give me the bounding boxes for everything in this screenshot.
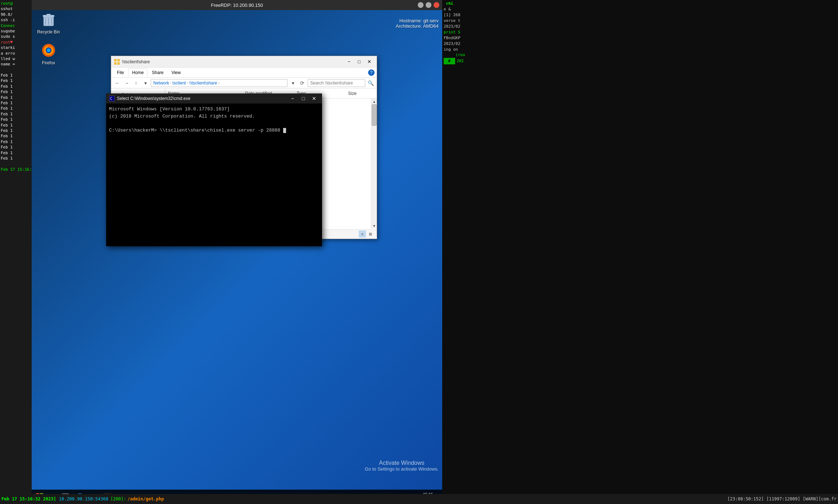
system-info: Hostname: git-serv Architecture: AMD64 — [396, 18, 439, 29]
breadcrumb-tsclient[interactable]: tsclient — [172, 81, 186, 86]
address-path[interactable]: Network › tsclient › \\tsclient\share › — [151, 79, 287, 87]
bottom-log-right: [23:08:50:152] [11997:12009] [WARN][com.… — [728, 496, 837, 501]
freerdp-maximize-button[interactable] — [426, 2, 431, 8]
left-terminal-panel: root@ sshut 90.0/ ssh -i Connec sugobe s… — [0, 0, 32, 504]
cmd-maximize-button[interactable]: □ — [298, 95, 308, 102]
bottom-log-status: [200]: — [110, 496, 126, 501]
cmd-close-button[interactable]: ✕ — [309, 95, 319, 102]
scroll-down-button[interactable]: ▼ — [371, 223, 377, 229]
svg-rect-12 — [114, 62, 117, 65]
explorer-close-button[interactable]: ✕ — [364, 58, 374, 66]
right-log-roo1: (roo — [444, 52, 837, 58]
recycle-bin-label: Recycle Bin — [37, 29, 60, 35]
bottom-logbar: Feb 17 15:16:32 2023] 10.200.90.150:5436… — [0, 494, 838, 504]
freerdp-window-controls[interactable] — [418, 2, 439, 8]
right-log-date2: 2023/02 — [444, 41, 837, 47]
cmd-cursor — [283, 128, 286, 133]
cmd-prompt: C:\Users\hackerM> — [109, 128, 157, 133]
column-size-header[interactable]: Size — [348, 91, 374, 96]
explorer-title-text: \\tsclient\share — [122, 59, 344, 64]
desktop-icons-area: Recycle Bin Firefox — [34, 11, 63, 73]
ribbon-tab-home[interactable]: Home — [128, 68, 148, 77]
ribbon-tab-view[interactable]: View — [168, 69, 184, 77]
search-button[interactable]: 🔍 — [367, 79, 375, 87]
explorer-window-controls[interactable]: − □ ✕ — [344, 58, 374, 66]
right-log-202: 202 — [457, 58, 464, 64]
address-dropdown-button[interactable]: ▾ — [289, 79, 297, 87]
refresh-button[interactable]: ⟳ — [298, 79, 306, 87]
activate-line1: Activate Windows — [365, 460, 439, 466]
right-panel-top-chi: chi — [444, 1, 837, 6]
activate-line2: Go to Settings to activate Windows. — [365, 466, 439, 472]
cmd-line2: (c) 2018 Microsoft Corporation. All righ… — [109, 113, 319, 120]
cmd-content: Microsoft Windows [Version 10.0.17763.16… — [106, 104, 322, 246]
breadcrumb-network[interactable]: Network — [153, 81, 169, 86]
breadcrumb: Network › tsclient › \\tsclient\share › — [153, 81, 219, 86]
path-arrow-3: › — [218, 81, 219, 85]
right-log-pid: [1] 268 — [444, 12, 837, 18]
ribbon-tab-file[interactable]: File — [113, 69, 127, 77]
svg-line-5 — [51, 18, 52, 25]
right-log-verse: verse t — [444, 18, 837, 24]
explorer-minimize-button[interactable]: − — [344, 58, 354, 66]
svg-point-9 — [47, 49, 50, 52]
explorer-titlebar: \\tsclient\share − □ ✕ — [111, 56, 377, 68]
nav-up-button[interactable]: ↑ — [132, 79, 140, 87]
search-input[interactable] — [308, 79, 365, 87]
svg-rect-10 — [114, 59, 117, 61]
right-log-prompt-area: # 202 — [444, 58, 837, 64]
right-log-fbnd: FBndGKP — [444, 35, 837, 41]
svg-rect-2 — [46, 14, 51, 15]
bottom-log-path: /admin/get.php — [127, 496, 164, 501]
explorer-addressbar: ← → ↑ ▾ Network › tsclient › \\tsclient\… — [111, 78, 377, 88]
cmd-command: \\tsclient\share\chisel.exe server -p 28… — [159, 128, 280, 133]
view-buttons[interactable]: ≡ ⊠ — [359, 230, 374, 238]
left-terminal-content: root@ sshut 90.0/ ssh -i Connec sugobe s… — [0, 0, 32, 173]
freerdp-titlebar: FreeRDP: 10.200.90.150 — [32, 0, 442, 10]
right-prompt-block: # — [444, 58, 455, 64]
right-log-ing: ing on — [444, 47, 837, 52]
nav-forward-button[interactable]: → — [123, 79, 131, 87]
right-log-date1: 2023/02 — [444, 24, 837, 29]
architecture-label: Architecture: AMD64 — [396, 23, 439, 29]
path-arrow-1: › — [170, 81, 171, 85]
breadcrumb-share[interactable]: \\tsclient\share — [189, 81, 217, 86]
freerdp-minimize-button[interactable] — [418, 2, 423, 8]
svg-line-3 — [45, 18, 46, 25]
firefox-icon-container[interactable]: Firefox — [34, 42, 63, 65]
explorer-maximize-button[interactable]: □ — [354, 58, 364, 66]
activate-windows-watermark: Activate Windows Go to Settings to activ… — [365, 460, 439, 472]
ribbon-tab-share[interactable]: Share — [148, 69, 167, 77]
explorer-ribbon: File Home Share View ? — [111, 68, 377, 78]
cmd-window-icon: C — [109, 96, 115, 101]
cmd-title-text: Select C:\Windows\system32\cmd.exe — [117, 96, 287, 101]
scroll-thumb[interactable] — [372, 104, 377, 126]
cmd-minimize-button[interactable]: − — [287, 95, 298, 102]
explorer-title-icon — [114, 59, 120, 65]
svg-rect-13 — [117, 62, 120, 65]
cmd-line1: Microsoft Windows [Version 10.0.17763.16… — [109, 106, 319, 113]
details-view-button[interactable]: ≡ — [359, 230, 366, 238]
cmd-window: C Select C:\Windows\system32\cmd.exe − □… — [106, 93, 322, 246]
explorer-scrollbar[interactable]: ▲ ▼ — [371, 98, 377, 229]
scroll-up-button[interactable]: ▲ — [371, 98, 377, 104]
freerdp-title: FreeRDP: 10.200.90.150 — [211, 3, 263, 8]
firefox-label: Firefox — [42, 60, 55, 65]
cmd-command-line: C:\Users\hackerM> \\tsclient\share\chise… — [109, 127, 319, 134]
firefox-icon — [40, 42, 57, 59]
hostname-label: Hostname: git-serv — [396, 18, 439, 23]
large-icons-view-button[interactable]: ⊠ — [367, 230, 374, 238]
nav-back-button[interactable]: ← — [113, 79, 121, 87]
bottom-log-ip: 10.200.90.150:54368 — [59, 496, 108, 501]
scroll-track[interactable] — [371, 104, 377, 223]
recent-locations-button[interactable]: ▾ — [141, 79, 149, 87]
right-terminal-panel: chi e & [1] 268 verse t 2023/02 print S … — [442, 0, 838, 504]
freerdp-close-button[interactable] — [434, 2, 439, 8]
path-arrow-2: › — [187, 81, 188, 85]
help-button[interactable]: ? — [368, 69, 375, 76]
cmd-titlebar: C Select C:\Windows\system32\cmd.exe − □… — [106, 93, 322, 104]
cmd-window-controls[interactable]: − □ ✕ — [287, 95, 319, 102]
recycle-bin-icon-container[interactable]: Recycle Bin — [34, 11, 63, 35]
right-log-print: print S — [444, 29, 837, 35]
bottom-log-timestamp: Feb 17 15:16:32 2023] — [1, 496, 56, 501]
